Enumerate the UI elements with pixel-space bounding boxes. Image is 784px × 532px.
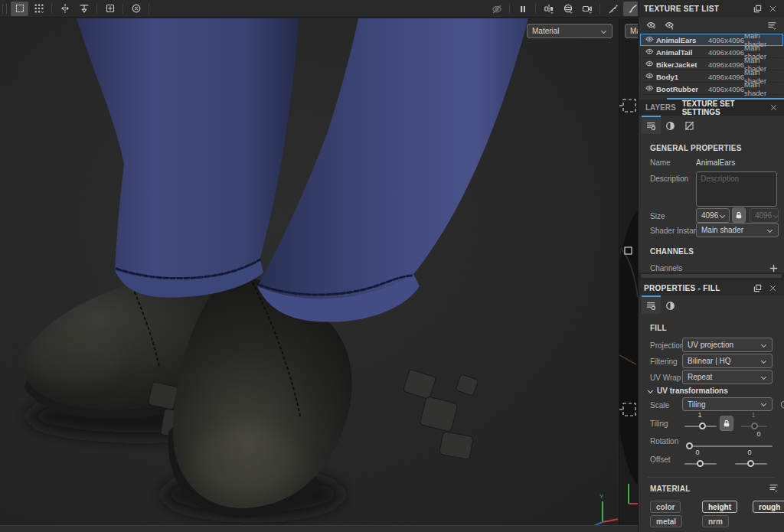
subtab-properties-icon[interactable] (642, 295, 661, 314)
dock-tab-bar: LAYERS TEXTURE SET SETTINGS (639, 100, 784, 116)
texture-set-list-title: TEXTURE SET LIST (644, 5, 719, 13)
viewport-shading-dropdown[interactable]: Material (527, 24, 612, 38)
material-options-icon[interactable] (767, 482, 779, 493)
scale-dropdown[interactable]: Tiling (682, 397, 773, 411)
channel-toggle-rough[interactable]: rough (753, 501, 784, 513)
toggle-all-visibility-icon[interactable] (644, 19, 658, 31)
secondary-viewport[interactable]: Ma (619, 18, 638, 525)
status-strip (0, 525, 638, 532)
projection-dropdown[interactable]: UV projection (682, 338, 773, 352)
size-height-dropdown: 4096 (750, 208, 779, 223)
close-tab-icon[interactable] (770, 104, 777, 112)
texture-set-list-toolbar (639, 18, 784, 33)
secondary-shading-dropdown-clipped[interactable]: Ma (625, 24, 638, 38)
add-channel-icon[interactable] (767, 263, 779, 273)
eye-icon[interactable] (645, 84, 656, 93)
channel-toggle-label: rough (759, 503, 780, 511)
size-lock-button[interactable] (732, 207, 746, 223)
reset-origin-icon[interactable] (127, 2, 145, 16)
texture-set-row[interactable]: BootRubber 4096x4096 Main shader (640, 83, 783, 95)
properties-fill-header: PROPERTIES - FILL (639, 280, 784, 295)
offset-v-slider[interactable] (735, 459, 767, 468)
particles-tool-icon[interactable] (604, 2, 622, 16)
slider-knob[interactable] (751, 423, 758, 429)
projection-value: UV projection (688, 341, 733, 349)
channel-toggle-color[interactable]: color (650, 501, 681, 513)
tiling-v-value: 1 (744, 411, 763, 419)
main-toolbar (0, 0, 638, 18)
chevron-down-icon (767, 227, 773, 233)
rotation-value: 0 (750, 430, 768, 438)
tab-texture-set-settings-label: TEXTURE SET SETTINGS (682, 100, 766, 116)
channel-toggle-height[interactable]: height (702, 501, 737, 513)
description-field[interactable] (696, 171, 777, 207)
tiling-lock-button[interactable] (720, 416, 733, 431)
subtab-properties-icon[interactable] (642, 116, 661, 134)
chevron-down-icon (720, 213, 726, 219)
texture-set-name: Body1 (656, 73, 708, 81)
subtab-mask-icon[interactable] (661, 116, 680, 134)
offset-u-value: 0 (688, 449, 707, 456)
material-sphere-icon[interactable] (559, 2, 577, 16)
description-label: Description (650, 175, 688, 183)
eye-icon[interactable] (645, 35, 656, 44)
tiling-u-slider[interactable] (684, 422, 717, 431)
chevron-down-icon (601, 28, 607, 34)
texture-set-name: AnimalTail (656, 48, 708, 57)
size-width-value: 4096 (701, 211, 718, 220)
texture-set-list-header: TEXTURE SET LIST (639, 0, 784, 17)
subtab-geometry-mask-icon[interactable] (680, 116, 699, 134)
marquee-select-icon[interactable] (11, 2, 28, 16)
slider-knob[interactable] (697, 460, 704, 467)
hide-geometry-icon[interactable] (488, 2, 505, 16)
filtering-dropdown[interactable]: Bilinear | HQ (682, 354, 773, 368)
texture-set-name: BootRubber (656, 85, 708, 93)
toolbar-drag-handle[interactable] (2, 4, 7, 14)
properties-fill-title: PROPERTIES - FILL (644, 284, 720, 292)
close-panel-icon[interactable] (766, 3, 779, 14)
texture-set-size: 4096x4096 (708, 60, 744, 69)
undock-panel-icon[interactable] (751, 3, 763, 14)
add-frame-icon[interactable] (101, 2, 119, 16)
offset-u-slider[interactable] (684, 459, 717, 468)
uv-wrap-dropdown[interactable]: Repeat (682, 370, 773, 384)
tab-texture-set-settings[interactable]: TEXTURE SET SETTINGS (679, 100, 780, 116)
undock-panel-icon[interactable] (751, 282, 763, 293)
eye-icon[interactable] (645, 72, 656, 81)
channel-toggle-label: color (656, 503, 675, 511)
list-options-icon[interactable] (765, 19, 779, 31)
uv-transformations-header[interactable]: UV transformations (648, 387, 728, 395)
secondary-viewport-content (619, 18, 638, 525)
eye-icon[interactable] (645, 60, 656, 69)
symmetry-plane-icon[interactable] (75, 2, 93, 16)
size-width-dropdown[interactable]: 4096 (696, 208, 730, 223)
tile-pattern-icon[interactable] (30, 2, 47, 16)
subtab-mask-icon[interactable] (661, 295, 680, 314)
scale-label: Scale (650, 401, 669, 410)
channel-toggle-label: height (708, 503, 731, 511)
toolbar-separator (599, 4, 600, 14)
slider-knob[interactable] (699, 423, 706, 429)
3d-viewport[interactable]: Y X Z Material (0, 18, 618, 525)
channel-toggle-nrm[interactable]: nrm (702, 515, 729, 527)
chevron-down-icon (761, 342, 767, 348)
close-panel-icon[interactable] (766, 282, 779, 293)
camera-view-icon[interactable] (578, 2, 596, 16)
solo-visibility-icon[interactable] (662, 19, 676, 31)
tiling-u-value: 1 (691, 411, 709, 419)
tab-layers[interactable]: LAYERS (642, 103, 679, 112)
texture-set-size: 4096x4096 (708, 73, 744, 81)
3d-scene-boots-render: Y X Z (0, 18, 618, 525)
offset-v-value: 0 (740, 449, 759, 456)
horizontal-scrollbar[interactable] (639, 273, 784, 280)
pause-engine-icon[interactable] (514, 2, 531, 16)
mirror-x-icon[interactable] (56, 2, 74, 16)
symmetry-view-icon[interactable] (540, 2, 557, 16)
eye-icon[interactable] (645, 47, 656, 57)
size-label: Size (650, 212, 665, 220)
slider-knob[interactable] (747, 460, 754, 467)
size-height-value: 4096 (755, 211, 772, 220)
shader-instance-dropdown[interactable]: Main shader (696, 223, 779, 237)
toolbar-separator (96, 4, 97, 14)
channel-toggle-metal[interactable]: metal (650, 515, 682, 527)
